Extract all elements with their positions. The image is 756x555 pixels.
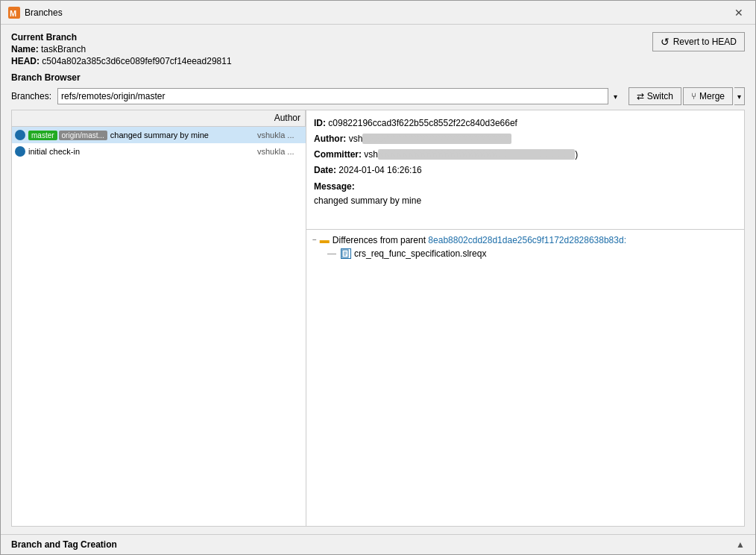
commit-details: ID: c09822196ccad3f622b55c8552f22c840d3e…	[306, 110, 744, 230]
diff-tree-root: − ▬ Differences from parent 8eab8802cdd2…	[312, 234, 738, 245]
head-label: HEAD:	[11, 56, 40, 66]
branch-browser-toolbar: Branches: ▾ ⇄ Switch ⑂ Merge	[11, 87, 745, 105]
row-author: vshukla ...	[257, 147, 306, 156]
diff-tree-child: — crs_req_func_specification.slreqx	[327, 248, 738, 259]
branch-name-value: taskBranch	[41, 44, 86, 54]
branch-info: Current Branch Name: taskBranch HEAD: c5…	[11, 32, 232, 66]
chevron-down-icon: ▾	[614, 92, 617, 101]
tag-master: master	[28, 131, 57, 140]
table-header: Author	[12, 110, 306, 127]
content-area: Current Branch Name: taskBranch HEAD: c5…	[1, 25, 755, 534]
author-column-header: Author	[270, 110, 306, 126]
revert-icon: ↺	[661, 36, 670, 48]
slreqx-file-icon	[341, 249, 350, 258]
date-value: 2024-01-04 16:26:16	[338, 165, 421, 175]
current-branch-section: Current Branch Name: taskBranch HEAD: c5…	[11, 32, 745, 66]
branches-window: M Branches ✕ Current Branch Name: taskBr…	[0, 0, 756, 555]
head-value: c504a802a385c3d6ce089fef907cf14eead29811	[42, 56, 231, 66]
commit-message-text: changed summary by mine	[314, 195, 737, 206]
current-branch-top: Current Branch Name: taskBranch HEAD: c5…	[11, 32, 745, 66]
close-button[interactable]: ✕	[730, 5, 748, 20]
commit-date-line: Date: 2024-01-04 16:26:16	[314, 163, 737, 177]
tree-collapse-icon[interactable]: −	[312, 236, 317, 244]
right-pane: ID: c09822196ccad3f622b55c8552f22c840d3e…	[306, 110, 744, 526]
commit-id-line: ID: c09822196ccad3f622b55c8552f22c840d3e…	[314, 116, 737, 130]
revert-btn-label: Revert to HEAD	[673, 37, 737, 47]
merge-label: Merge	[699, 91, 725, 101]
table-row[interactable]: master origin/mast... changed summary by…	[12, 127, 306, 143]
branch-browser-title: Branch Browser	[11, 72, 745, 83]
title-bar-left: M Branches	[8, 7, 63, 19]
branch-head-text: HEAD: c504a802a385c3d6ce089fef907cf14eea…	[11, 56, 232, 66]
commit-author-line: Author: vshXXXXXXXXXXXXXXXXXXXXXXXXX	[314, 132, 737, 145]
chevron-up-icon[interactable]: ▲	[736, 539, 745, 550]
committer-redacted: XXXXXXXXXXXXXXXXXXXXXXXXXXXXXXXXX	[378, 149, 575, 160]
branches-input[interactable]	[57, 88, 623, 104]
name-label: Name:	[11, 44, 39, 54]
diff-file-name: crs_req_func_specification.slreqx	[354, 248, 486, 259]
title-bar: M Branches ✕	[1, 1, 755, 25]
author-value: vshXXXXXXXXXXXXXXXXXXXXXXXXX	[349, 134, 512, 144]
diff-folder-icon: ▬	[320, 234, 330, 245]
window-title: Branches	[25, 7, 63, 18]
message-label: Message:	[314, 181, 355, 192]
row-indicator	[15, 130, 25, 140]
id-value: c09822196ccad3f622b55c8552f22c840d3e66ef	[328, 118, 517, 128]
diff-parent-label: Differences from parent 8eab8802cdd28d1d…	[333, 235, 626, 245]
branch-name-text: Name: taskBranch	[11, 44, 232, 54]
commit-message-section: Message:	[314, 180, 737, 193]
merge-arrow-icon: ▾	[737, 92, 741, 101]
browser-panes: Author master origin/mast... changed sum…	[11, 110, 745, 527]
table-body: master origin/mast... changed summary by…	[12, 127, 306, 526]
diff-section: − ▬ Differences from parent 8eab8802cdd2…	[306, 230, 744, 526]
committer-label: Committer:	[314, 149, 362, 160]
branches-input-wrapper: ▾	[57, 88, 623, 104]
bottom-section: Branch and Tag Creation ▲	[1, 534, 755, 554]
left-pane: Author master origin/mast... changed sum…	[12, 110, 306, 526]
row-author: vshukla ...	[257, 131, 306, 139]
branches-dropdown-arrow[interactable]: ▾	[608, 88, 623, 104]
matlab-logo-icon: M	[8, 7, 20, 19]
row-message: initial check-in	[28, 147, 257, 156]
date-label: Date:	[314, 165, 336, 175]
branches-label: Branches:	[11, 91, 51, 101]
revert-to-head-button[interactable]: ↺ Revert to HEAD	[652, 32, 745, 51]
row-message: changed summary by mine	[110, 131, 257, 139]
author-redacted: XXXXXXXXXXXXXXXXXXXXXXXXX	[362, 134, 511, 144]
commit-committer-line: Committer: vshXXXXXXXXXXXXXXXXXXXXXXXXXX…	[314, 148, 737, 161]
tag-origin: origin/mast...	[59, 131, 107, 140]
switch-button[interactable]: ⇄ Switch	[629, 87, 681, 105]
merge-icon: ⑂	[691, 91, 696, 101]
svg-text:M: M	[10, 9, 16, 18]
file-icon	[341, 248, 351, 259]
committer-value: vshXXXXXXXXXXXXXXXXXXXXXXXXXXXXXXXXX)	[364, 149, 578, 160]
id-label: ID:	[314, 118, 326, 128]
branch-browser-section: Branch Browser Branches: ▾ ⇄ Switch	[11, 72, 745, 527]
bottom-title: Branch and Tag Creation	[11, 539, 117, 550]
switch-label: Switch	[647, 91, 673, 101]
close-icon: ✕	[734, 7, 743, 19]
merge-dropdown-arrow[interactable]: ▾	[734, 87, 745, 105]
toolbar-buttons: ⇄ Switch ⑂ Merge ▾	[629, 87, 745, 105]
row-indicator	[15, 146, 25, 157]
current-branch-title: Current Branch	[11, 32, 232, 43]
table-row[interactable]: initial check-in vshukla ...	[12, 143, 306, 160]
merge-button[interactable]: ⑂ Merge	[683, 87, 733, 105]
switch-icon: ⇄	[637, 91, 644, 101]
author-label: Author:	[314, 134, 346, 144]
